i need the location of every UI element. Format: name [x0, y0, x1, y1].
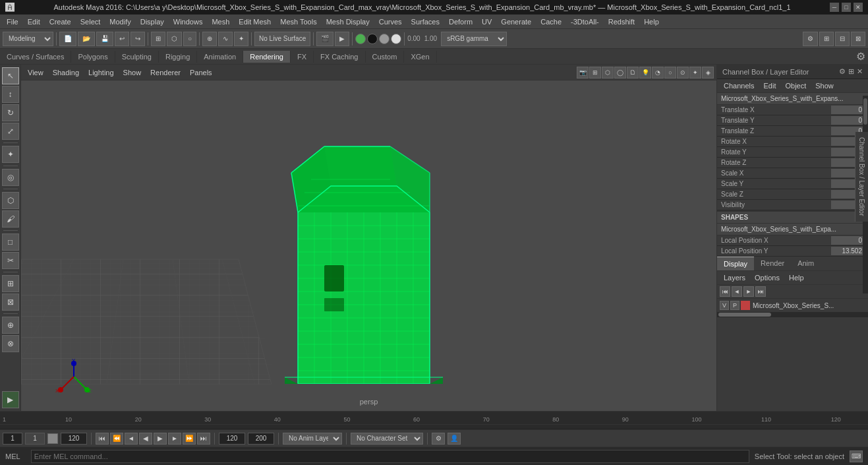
select-tool-button[interactable]: ↖ — [2, 67, 19, 84]
camera-icon[interactable]: 📷 — [577, 67, 589, 78]
layout-button-1[interactable]: ⊞ — [819, 32, 834, 46]
current-frame-input[interactable] — [25, 433, 45, 445]
menu-surfaces[interactable]: Surfaces — [407, 16, 444, 27]
channel-scale-z[interactable]: Scale Z 1 — [717, 189, 868, 200]
channel-translate-z[interactable]: Translate Z 0 — [717, 126, 868, 137]
light-icon[interactable]: 💡 — [639, 67, 651, 78]
play-back-button[interactable]: ◀ — [139, 433, 152, 445]
color-white[interactable] — [391, 34, 401, 44]
playback-end-input[interactable] — [248, 433, 274, 445]
save-file-button[interactable]: 💾 — [96, 32, 113, 46]
layers-menu[interactable]: Layers — [720, 272, 749, 283]
playback-start-input[interactable] — [219, 433, 245, 445]
shading-menu[interactable]: Shading — [49, 67, 83, 78]
redo-button[interactable]: ↪ — [130, 32, 145, 46]
open-file-button[interactable]: 📂 — [78, 32, 95, 46]
frame-sel-button[interactable]: ⊗ — [2, 335, 19, 352]
rotate-tool-button[interactable]: ↻ — [2, 104, 19, 121]
settings-button[interactable]: ⚙ — [803, 32, 818, 46]
undo-button[interactable]: ↩ — [115, 32, 129, 46]
layer-prev-button[interactable]: ◄ — [732, 286, 742, 297]
end-frame-input[interactable] — [61, 433, 87, 445]
cb-channels-menu[interactable]: Channels — [720, 80, 758, 91]
viewport-canvas[interactable]: Z X Y persp Top — [21, 80, 716, 411]
translate-tool-button[interactable]: ↕ — [2, 86, 19, 103]
menu-curves[interactable]: Curves — [375, 16, 406, 27]
options-menu[interactable]: Options — [751, 272, 784, 283]
cut-button[interactable]: ✂ — [2, 252, 19, 269]
snap-curve[interactable]: ∿ — [218, 32, 233, 46]
panels-menu[interactable]: Panels — [186, 67, 216, 78]
channel-scale-x[interactable]: Scale X 1 — [717, 168, 868, 179]
timeline-ruler[interactable]: 1102030405060708090100110120 — [0, 412, 868, 425]
menu-select[interactable]: Select — [76, 16, 105, 27]
snap-point[interactable]: ✦ — [234, 32, 248, 46]
cb-show-menu[interactable]: Show — [811, 80, 838, 91]
ao-icon[interactable]: ○ — [664, 67, 676, 78]
menu-mesh-display[interactable]: Mesh Display — [322, 16, 374, 27]
minimize-button[interactable]: ─ — [830, 3, 839, 12]
tab-xgen[interactable]: XGen — [404, 51, 436, 63]
menu-edit-mesh[interactable]: Edit Mesh — [235, 16, 275, 27]
show-menu[interactable]: Show — [119, 67, 146, 78]
layer-playback-check[interactable]: P — [730, 301, 739, 310]
tab-render[interactable]: Render — [754, 257, 791, 270]
prev-frame-button[interactable]: ◄ — [125, 433, 138, 445]
layout-button-2[interactable]: ⊟ — [835, 32, 850, 46]
wireframe-icon[interactable]: ⬡ — [602, 67, 614, 78]
anim-layer-dropdown[interactable]: No Anim Layer — [283, 433, 342, 445]
channel-visibility[interactable]: Visibility on — [717, 200, 868, 210]
start-frame-input[interactable] — [3, 433, 22, 445]
menu-uv[interactable]: UV — [478, 16, 496, 27]
layer-next-next-button[interactable]: ⏭ — [755, 286, 766, 297]
lighting-menu[interactable]: Lighting — [84, 67, 118, 78]
layer-scrollbar[interactable] — [717, 312, 868, 317]
frame-all-button[interactable]: ⊕ — [2, 317, 19, 334]
maximize-button[interactable]: □ — [842, 3, 851, 12]
menu-modify[interactable]: Modify — [105, 16, 134, 27]
paint-select-button[interactable]: 🖌 — [2, 210, 19, 228]
settings-small-icon[interactable]: ⚙ — [856, 50, 865, 63]
channel-rotate-y[interactable]: Rotate Y 0 — [717, 147, 868, 158]
layer-next-button[interactable]: ► — [743, 286, 754, 297]
channel-box-settings-icon[interactable]: ⚙ — [839, 67, 846, 76]
menu-file[interactable]: File — [3, 16, 22, 27]
mel-input[interactable] — [31, 450, 749, 463]
soft-select-button[interactable]: ✦ — [2, 146, 19, 163]
anim-settings-button[interactable]: ⚙ — [432, 433, 445, 445]
tab-rigging[interactable]: Rigging — [159, 51, 197, 63]
view-menu[interactable]: View — [24, 67, 47, 78]
menu-redshift[interactable]: Redshift — [604, 16, 639, 27]
channel-local-pos-y[interactable]: Local Position Y 13.502 — [717, 246, 868, 257]
tab-curves-surfaces[interactable]: Curves / Surfaces — [0, 51, 71, 63]
menu-3dtoall[interactable]: -3DtoAll- — [567, 16, 603, 27]
grid-toggle-icon[interactable]: ⊞ — [589, 67, 601, 78]
menu-cache[interactable]: Cache — [536, 16, 565, 27]
cb-edit-menu[interactable]: Edit — [759, 80, 780, 91]
attribute-editor-tab[interactable]: Channel Box / Layer Editor — [855, 132, 868, 222]
sculpt-button[interactable]: □ — [2, 233, 19, 251]
right-scroll-thumb[interactable] — [863, 98, 867, 125]
script-editor-icon[interactable]: ⌨ — [850, 450, 863, 462]
menu-generate[interactable]: Generate — [497, 16, 535, 27]
menu-mesh-tools[interactable]: Mesh Tools — [276, 16, 320, 27]
layout-button-3[interactable]: ⊠ — [851, 32, 865, 46]
tab-custom[interactable]: Custom — [366, 51, 405, 63]
menu-display[interactable]: Display — [136, 16, 168, 27]
channel-rotate-z[interactable]: Rotate Z 0 — [717, 158, 868, 168]
tab-animation[interactable]: Animation — [197, 51, 243, 63]
color-black[interactable] — [367, 34, 378, 44]
render-current-frame[interactable]: 🎬 — [316, 32, 333, 46]
tab-rendering[interactable]: Rendering — [243, 51, 291, 63]
snap-together-button[interactable]: ⊞ — [2, 275, 19, 292]
icon-render-button[interactable]: ▶ — [2, 391, 19, 408]
layer-visible-check[interactable]: V — [720, 301, 729, 310]
menu-deform[interactable]: Deform — [445, 16, 477, 27]
channel-local-pos-x[interactable]: Local Position X 0 — [717, 235, 868, 246]
channel-translate-x[interactable]: Translate X 0 — [717, 105, 868, 115]
tab-fx-caching[interactable]: FX Caching — [314, 51, 365, 63]
menu-edit[interactable]: Edit — [24, 16, 44, 27]
color-gray[interactable] — [379, 34, 390, 44]
menu-windows[interactable]: Windows — [169, 16, 207, 27]
texture-icon[interactable]: 🗋 — [627, 67, 639, 78]
